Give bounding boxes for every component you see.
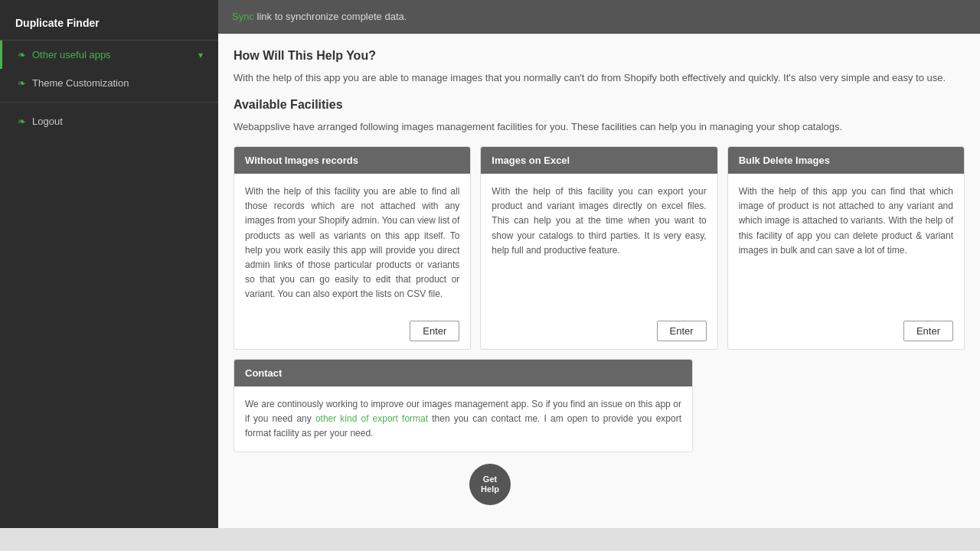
contact-card: Contact We are continously working to im… <box>234 359 693 453</box>
card-images-on-excel-header: Images on Excel <box>481 147 717 174</box>
card-bulk-delete-images-header: Bulk Delete Images <box>728 147 964 174</box>
card-bulk-delete-images-footer: Enter <box>728 313 964 349</box>
card-images-on-excel-footer: Enter <box>481 313 717 349</box>
card-without-images-body: With the help of this facility you are a… <box>234 174 470 313</box>
sidebar-item-label: Other useful apps <box>32 49 111 60</box>
card-bulk-delete-images-body: With the help of this app you can find t… <box>728 174 964 313</box>
sync-text: link to synchronize complete data. <box>254 11 407 22</box>
main-content: Sync link to synchronize complete data. … <box>218 0 980 551</box>
cards-row: Without Images records With the help of … <box>234 146 965 350</box>
available-facilities-title: Available Facilities <box>234 98 965 112</box>
sidebar: Duplicate Finder ❧ Other useful apps ▾ ❧… <box>0 0 218 551</box>
card-without-images-footer: Enter <box>234 313 470 349</box>
how-will-desc: With the help of this app you are able t… <box>234 70 965 86</box>
sync-link[interactable]: Sync <box>232 11 254 22</box>
available-facilities-desc: Webappslive have arranged following imag… <box>234 119 965 135</box>
card-bulk-delete-images: Bulk Delete Images With the help of this… <box>727 146 965 350</box>
sidebar-item-theme-customization[interactable]: ❧ Theme Customization <box>0 69 218 97</box>
contact-card-body: We are continously working to improve ou… <box>234 386 692 452</box>
card-without-images-enter-button[interactable]: Enter <box>410 321 459 341</box>
contact-card-header: Contact <box>234 360 692 386</box>
apps-icon: ❧ <box>18 49 26 60</box>
card-images-on-excel: Images on Excel With the help of this fa… <box>480 146 717 350</box>
sidebar-divider <box>0 102 218 103</box>
card-images-on-excel-enter-button[interactable]: Enter <box>657 321 707 341</box>
get-help-button[interactable]: GetHelp <box>469 464 511 505</box>
card-without-images: Without Images records With the help of … <box>234 146 471 350</box>
chevron-down-icon: ▾ <box>198 50 203 60</box>
card-images-on-excel-body: With the help of this facility you can e… <box>481 174 717 313</box>
sidebar-item-logout[interactable]: ❧ Logout <box>0 107 218 135</box>
logout-icon: ❧ <box>18 116 26 127</box>
how-will-title: How Will This Help You? <box>234 49 965 63</box>
get-help-label: GetHelp <box>481 474 499 494</box>
sidebar-item-label: Logout <box>32 116 63 127</box>
card-bulk-delete-images-enter-button[interactable]: Enter <box>903 321 953 341</box>
sidebar-item-other-useful-apps[interactable]: ❧ Other useful apps ▾ <box>0 41 218 69</box>
card-without-images-header: Without Images records <box>234 147 470 174</box>
sidebar-item-label: Theme Customization <box>32 77 129 89</box>
bottom-bar <box>0 528 980 551</box>
sync-bar: Sync link to synchronize complete data. <box>218 0 980 34</box>
sidebar-title: Duplicate Finder <box>0 8 218 41</box>
content-area: How Will This Help You? With the help of… <box>218 34 980 551</box>
theme-icon: ❧ <box>18 77 26 89</box>
contact-export-link[interactable]: other kind of export format <box>315 413 428 424</box>
